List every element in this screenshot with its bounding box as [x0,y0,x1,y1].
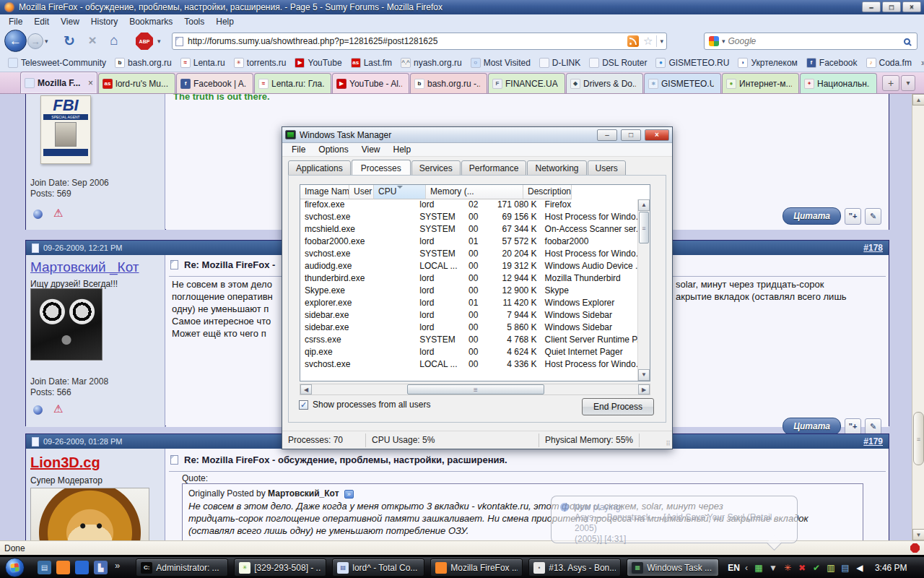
quick-launch-overflow-icon[interactable]: » [115,560,120,571]
process-row[interactable]: sidebar.exe lord 00 5 860 K Windows Side… [300,322,637,335]
process-row[interactable]: svchost.exe LOCAL ... 00 4 336 K Host Pr… [300,359,637,371]
taskbar-button[interactable]: ▪ #13. Asys - Bon... [528,558,621,577]
quick-reply-button[interactable]: ✎ [865,418,881,435]
quick-launch-icon[interactable] [75,561,89,574]
browser-tab[interactable]: ● Интернет-м... [722,73,799,93]
language-indicator[interactable]: EN [728,563,740,573]
bookmarks-overflow-chevron-icon[interactable]: » [917,58,924,68]
bookmark-item[interactable]: ● GISMETEO.RU [652,56,733,69]
bookmark-item[interactable]: DSL Router [585,56,650,69]
bookmark-item[interactable]: ♪ Coda.fm [863,56,915,69]
scroll-right-icon[interactable]: ▶ [638,384,650,394]
process-row[interactable]: Skype.exe lord 00 12 900 K Skype [300,285,637,298]
scroll-up-icon[interactable]: ▲ [638,199,650,211]
search-bar[interactable]: ▾ [704,33,918,50]
close-button[interactable]: × [645,129,669,141]
scrollbar-thumb[interactable]: ≡ [407,384,544,394]
tray-icon[interactable]: ✔ [811,562,822,574]
browser-tab[interactable]: ∗ GISMETEO.U... [644,73,721,93]
minimize-button[interactable]: – [597,129,617,141]
process-row[interactable]: foobar2000.exe lord 01 57 572 K foobar20… [300,236,637,249]
bookmark-star-icon[interactable]: ☆ [643,35,653,48]
menu-item[interactable]: View [55,15,85,28]
report-post-icon[interactable]: ⚠ [53,207,63,220]
tab-close-icon[interactable]: × [88,78,93,88]
rss-feed-icon[interactable] [627,35,639,47]
scrollbar-thumb[interactable]: ≡ [913,412,924,465]
back-button[interactable]: ← [4,30,27,52]
process-row[interactable]: explorer.exe lord 01 11 420 K Windows Ex… [300,298,637,310]
scroll-up-icon[interactable]: ▲ [912,94,924,105]
scroll-down-icon[interactable]: ▼ [638,369,650,381]
window-control-button[interactable]: × [902,1,921,12]
post-number-link[interactable]: #179 [863,436,883,447]
process-row[interactable]: mcshield.exe SYSTEM 00 67 344 K On-Acces… [300,224,637,236]
url-bar[interactable]: ☆ ▾ [172,33,667,50]
bookmark-item[interactable]: ≈ Lenta.ru [177,56,229,69]
column-header[interactable]: CPU [374,185,426,199]
taskbar-button[interactable]: Mozilla FireFox ... [430,558,523,577]
column-header[interactable]: User Name [349,185,374,199]
table-scrollbar-vertical[interactable]: ▲ ≡ ▼ [637,199,650,381]
adblock-status-icon[interactable] [910,543,920,553]
bookmark-item[interactable]: as Last.fm [347,56,396,69]
avatar[interactable] [30,488,149,540]
username-link[interactable]: Lion3D.cg [30,454,100,471]
new-tab-button[interactable]: + [882,75,899,91]
bookmark-item[interactable]: Telesweet-Community [4,56,110,69]
task-manager-tab[interactable]: Services [411,160,461,176]
menu-item[interactable]: Help [210,15,240,28]
process-row[interactable]: qip.exe lord 00 4 624 K Quiet Internet P… [300,347,637,359]
tray-icon[interactable]: ▤ [840,562,851,574]
forward-button[interactable]: → [27,33,43,49]
menu-item[interactable]: Tools [178,15,210,28]
tray-icon[interactable]: ▥ [825,562,837,574]
column-header[interactable]: Memory (... [426,185,523,199]
clock[interactable]: 3:46 PM [875,563,907,573]
menu-item[interactable]: File [3,15,28,28]
scrollbar-thumb[interactable]: ≡ [639,212,649,243]
window-control-button[interactable]: – [862,1,881,12]
quote-button[interactable]: Цитата [783,418,841,435]
scroll-down-icon[interactable]: ▼ [912,529,924,540]
process-row[interactable]: audiodg.exe LOCAL ... 00 19 312 K Window… [300,261,637,273]
column-header[interactable]: Image Name [300,185,349,199]
task-manager-window[interactable]: Windows Task Manager – □ × FileOptionsVi… [282,126,673,449]
menu-item[interactable]: Bookmarks [123,15,178,28]
post-number-link[interactable]: #178 [863,243,883,253]
menu-item[interactable]: View [355,144,387,155]
browser-tab[interactable]: ◆ Drivers & Do... [566,73,643,93]
reload-button[interactable]: ↻ [61,32,78,49]
page-scrollbar[interactable]: ▲ ≡ ▼ [912,94,924,540]
bookmark-item[interactable]: ✳ torrents.ru [230,56,290,69]
task-manager-tab[interactable]: Users [588,160,626,176]
username-link[interactable]: Мартовский _Кот [30,259,139,275]
bookmark-item[interactable]: ▶ YouTube [291,56,345,69]
task-manager-tab[interactable]: Networking [527,160,586,176]
bookmark-item[interactable]: f Facebook [803,56,861,69]
browser-tab[interactable]: b bash.org.ru -... [410,73,487,93]
process-row[interactable]: sidebar.exe lord 00 7 944 K Windows Side… [300,310,637,322]
resize-grip[interactable]: ⠿ [666,440,671,447]
quote-button[interactable]: Цитата [783,207,841,225]
process-row[interactable]: csrss.exe SYSTEM 00 4 768 K Client Serve… [300,335,637,347]
report-post-icon[interactable]: ⚠ [53,402,63,415]
task-manager-tab[interactable]: Performance [461,160,527,176]
search-icon[interactable] [904,38,910,45]
multiquote-button[interactable]: ”+ [845,208,861,225]
browser-tab[interactable]: as lord-ru's Mu... [98,73,175,93]
column-header[interactable]: Description [523,185,572,199]
end-process-button[interactable]: End Process [582,398,654,415]
tray-icon[interactable]: ◀ [854,562,866,574]
scroll-left-icon[interactable]: ◀ [300,384,312,394]
tab-list-dropdown-icon[interactable]: ▾ [901,75,915,91]
bookmark-item[interactable]: D-LINK [536,56,584,69]
taskbar-button[interactable]: ▤ lord^ - Total Co... [332,558,424,577]
bookmark-item[interactable]: ◗ Укртелеком [734,56,801,69]
quick-launch-icon[interactable]: ▙ [94,561,108,574]
browser-tab[interactable]: ✦ Национальн... [800,73,877,93]
address-input[interactable] [188,36,627,46]
task-manager-title-bar[interactable]: Windows Task Manager – □ × [282,127,672,143]
search-input[interactable] [728,36,901,46]
browser-tab[interactable]: Mozilla F... × [20,72,97,93]
